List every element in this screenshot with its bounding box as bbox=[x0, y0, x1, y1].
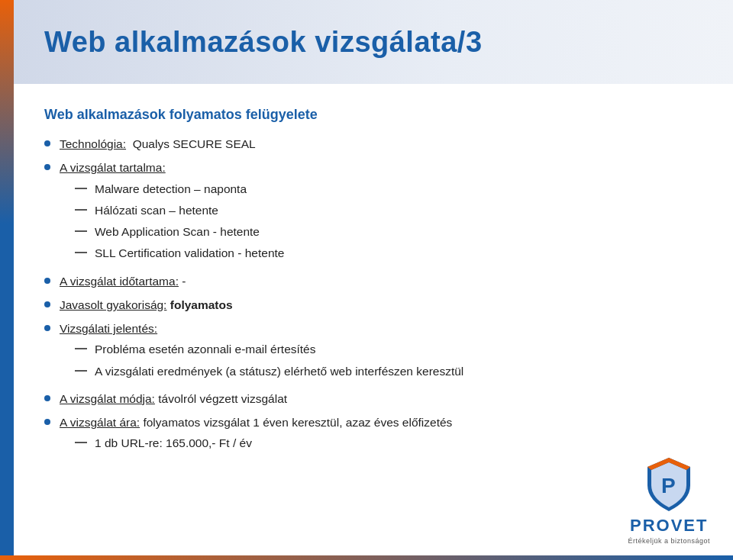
left-accent-bar bbox=[0, 0, 14, 560]
sub-item-text: Probléma esetén azonnali e-mail értesíté… bbox=[95, 340, 702, 358]
list-item: Probléma esetén azonnali e-mail értesíté… bbox=[60, 340, 702, 358]
sub-dash bbox=[75, 252, 87, 253]
main-content: Web alkalmazások folyamatos felügyelete … bbox=[14, 84, 733, 560]
sub-dash bbox=[75, 188, 87, 189]
bullet-dot bbox=[44, 325, 50, 331]
bullet-text: A vizsgálat módja: távolról végzett vizs… bbox=[60, 390, 702, 407]
sub-dash bbox=[75, 348, 87, 349]
bullet-text-underline: A vizsgálat időtartama: bbox=[60, 275, 179, 288]
list-item: A vizsgálat módja: távolról végzett vizs… bbox=[44, 390, 702, 407]
bullet-text-underline: A vizsgálat ára: bbox=[60, 416, 140, 429]
bullet-text: A vizsgálat időtartama: - bbox=[60, 272, 702, 290]
svg-text:P: P bbox=[661, 474, 676, 497]
sub-item-text: Web Application Scan - hetente bbox=[95, 223, 702, 240]
logo-tagline: Értékeljük a biztonságot bbox=[628, 537, 710, 545]
bullet-dot bbox=[44, 140, 50, 146]
sub-item-text: Malware detection – naponta bbox=[95, 180, 702, 198]
bullet-text-underline: A vizsgálat tartalma: bbox=[60, 161, 166, 174]
bullet-text-underline: Javasolt gyakoriság: bbox=[60, 298, 166, 311]
page-title: Web alkalmazások vizsgálata/3 bbox=[44, 26, 483, 59]
list-item: Malware detection – naponta bbox=[60, 180, 702, 198]
sub-dash bbox=[75, 370, 87, 372]
list-item: Hálózati scan – hetente bbox=[60, 201, 702, 219]
bullet-text-underline: Technológia: bbox=[60, 137, 126, 150]
bullet-text: A vizsgálat ára: folyamatos vizsgálat 1 … bbox=[60, 414, 702, 456]
bullet-text: Technológia: Qualys SECURE SEAL bbox=[60, 135, 702, 153]
bullet-dot bbox=[44, 419, 50, 425]
sub-dash bbox=[75, 230, 87, 232]
list-item: A vizsgálat tartalma: Malware detection … bbox=[44, 159, 702, 266]
bullet-dot bbox=[44, 164, 50, 170]
bullet-text: Javasolt gyakoriság: folyamatos bbox=[60, 296, 702, 314]
list-item: 1 db URL-re: 165.000,- Ft / év bbox=[60, 434, 702, 452]
sub-list: Malware detection – naponta Hálózati sca… bbox=[60, 180, 702, 262]
list-item: Web Application Scan - hetente bbox=[60, 223, 702, 240]
header: Web alkalmazások vizsgálata/3 bbox=[14, 0, 733, 84]
list-item: Vizsgálati jelentés: Probléma esetén azo… bbox=[44, 320, 702, 384]
sub-item-text: 1 db URL-re: 165.000,- Ft / év bbox=[95, 434, 702, 452]
section-title: Web alkalmazások folyamatos felügyelete bbox=[44, 107, 702, 123]
bullet-text: Vizsgálati jelentés: Probléma esetén azo… bbox=[60, 320, 702, 384]
sub-dash bbox=[75, 442, 87, 443]
list-item: Javasolt gyakoriság: folyamatos bbox=[44, 296, 702, 314]
sub-item-text: A vizsgálati eredmények (a státusz) elér… bbox=[95, 362, 702, 380]
list-item: SLL Certification validation - hetente bbox=[60, 244, 702, 262]
sub-item-text: SLL Certification validation - hetente bbox=[95, 244, 702, 262]
sub-list: 1 db URL-re: 165.000,- Ft / év bbox=[60, 434, 702, 452]
bullet-text-underline: A vizsgálat módja: bbox=[60, 392, 155, 405]
bullet-text-underline: Vizsgálati jelentés: bbox=[60, 322, 157, 335]
bullet-dot bbox=[44, 278, 50, 284]
bottom-accent-bar bbox=[0, 555, 733, 560]
logo-name: PROVET bbox=[630, 516, 708, 536]
bullet-dot bbox=[44, 395, 50, 401]
bold-text: folyamatos bbox=[170, 298, 233, 311]
sub-item-text: Hálózati scan – hetente bbox=[95, 201, 702, 219]
list-item: A vizsgálat ára: folyamatos vizsgálat 1 … bbox=[44, 414, 702, 456]
bullet-text: A vizsgálat tartalma: Malware detection … bbox=[60, 159, 702, 266]
list-item: Technológia: Qualys SECURE SEAL bbox=[44, 135, 702, 153]
sub-list: Probléma esetén azonnali e-mail értesíté… bbox=[60, 340, 702, 380]
bullet-list: Technológia: Qualys SECURE SEAL A vizsgá… bbox=[44, 135, 702, 456]
bullet-dot bbox=[44, 301, 50, 307]
list-item: A vizsgálat időtartama: - bbox=[44, 272, 702, 290]
logo-area: P PROVET Értékeljük a biztonságot bbox=[628, 456, 710, 545]
sub-dash bbox=[75, 209, 87, 211]
list-item: A vizsgálati eredmények (a státusz) elér… bbox=[60, 362, 702, 380]
logo-shield-icon: P bbox=[644, 456, 693, 513]
